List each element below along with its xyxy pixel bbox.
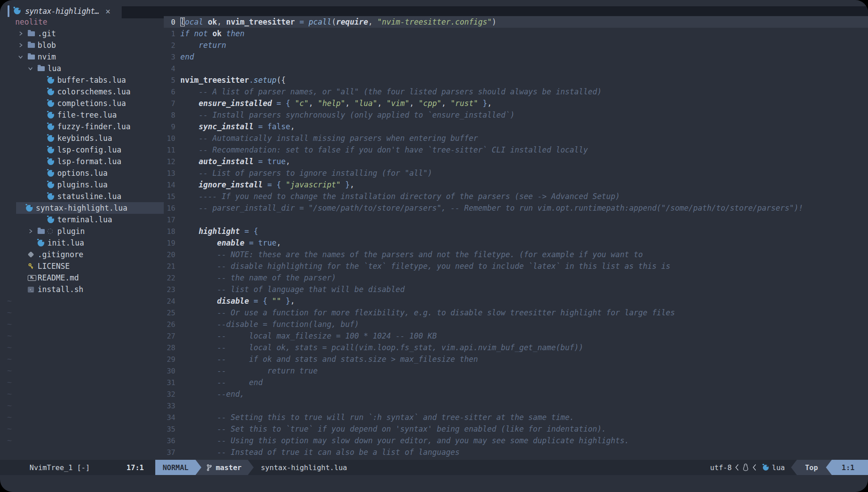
code-line-29[interactable]: 29 -- if ok and stats and stats.size > m… xyxy=(164,353,868,365)
empty-line-tilde: ~ xyxy=(0,435,164,446)
tree-item--gitignore[interactable]: .gitignore xyxy=(0,249,164,260)
tree-item-plugins-lua[interactable]: plugins.lua xyxy=(0,179,164,191)
code-line-9[interactable]: 9 sync_install = false, xyxy=(164,121,868,132)
tree-item-lsp-config-lua[interactable]: lsp-config.lua xyxy=(0,144,164,156)
chevron-right-icon[interactable] xyxy=(18,31,28,36)
tree-item-colorschemes-lua[interactable]: colorschemes.lua xyxy=(0,86,164,98)
tree-item-nvim[interactable]: nvim xyxy=(0,51,164,63)
code-line-35[interactable]: 35 -- Set this to `true` if you depend o… xyxy=(164,423,868,435)
code-line-16[interactable]: 16 -- parser_install_dir = "/some/path/t… xyxy=(164,202,868,214)
code-line-11[interactable]: 11 -- Recommendation: set to false if yo… xyxy=(164,144,868,156)
code-line-3[interactable]: 3end xyxy=(164,51,868,63)
code-line-5[interactable]: 5nvim_treesitter.setup({ xyxy=(164,74,868,86)
code-text: end xyxy=(180,52,194,61)
lua-icon xyxy=(47,135,57,142)
lua-icon xyxy=(47,147,57,153)
code-line-30[interactable]: 30 -- return true xyxy=(164,365,868,377)
code-text: ---- If you need to change the installat… xyxy=(180,192,620,201)
file-encoding: utf-8 xyxy=(710,463,732,472)
folder-closed-icon xyxy=(38,229,47,234)
tree-item-blob[interactable]: blob xyxy=(0,39,164,51)
tree-item-lua[interactable]: lua xyxy=(0,63,164,74)
statusline-left: NvimTree_1 [-] 17:1 NORMAL master syntax… xyxy=(0,460,347,475)
tree-item-statusline-lua[interactable]: statusline.lua xyxy=(0,191,164,202)
tabline: syntax-highlight… × xyxy=(0,0,868,16)
tree-item-install-sh[interactable]: ›_install.sh xyxy=(0,284,164,295)
code-line-2[interactable]: 2 return xyxy=(164,39,868,51)
tree-item-file-tree-lua[interactable]: file-tree.lua xyxy=(0,109,164,121)
code-line-0[interactable]: 0local ok, nvim_treesitter = pcall(requi… xyxy=(164,16,868,28)
code-line-17[interactable]: 17 xyxy=(164,214,868,225)
code-line-15[interactable]: 15 ---- If you need to change the instal… xyxy=(164,191,868,202)
tree-item-init-lua[interactable]: init.lua xyxy=(0,237,164,249)
empty-line-tilde: ~ xyxy=(0,377,164,388)
code-line-1[interactable]: 1if not ok then xyxy=(164,28,868,39)
tree-item-license[interactable]: LICENSE xyxy=(0,260,164,272)
code-line-31[interactable]: 31 -- end xyxy=(164,377,868,388)
folder-closed-icon xyxy=(28,31,38,36)
tree-item-keybinds-lua[interactable]: keybinds.lua xyxy=(0,132,164,144)
code-text: -- NOTE: these are the names of the pars… xyxy=(180,250,643,259)
code-text: -- the name of the parser) xyxy=(180,273,336,282)
code-line-23[interactable]: 23 -- list of language that will be disa… xyxy=(164,284,868,295)
code-line-8[interactable]: 8 -- Install parsers synchronously (only… xyxy=(164,109,868,121)
code-line-7[interactable]: 7 ensure_installed = { "c", "help", "lua… xyxy=(164,98,868,109)
code-line-13[interactable]: 13 -- List of parsers to ignore installi… xyxy=(164,167,868,179)
code-line-18[interactable]: 18 highlight = { xyxy=(164,225,868,237)
line-number: 6 xyxy=(164,88,175,96)
tree-item-completions-lua[interactable]: completions.lua xyxy=(0,98,164,109)
tree-item-fuzzy-finder-lua[interactable]: fuzzy-finder.lua xyxy=(0,121,164,132)
code-line-28[interactable]: 28 -- local ok, stats = pcall(vim.loop.f… xyxy=(164,342,868,353)
code-line-36[interactable]: 36 -- Using this option may slow down yo… xyxy=(164,435,868,446)
chevron-down-icon[interactable] xyxy=(28,66,38,71)
code-text: -- List of parsers to ignore installing … xyxy=(180,169,432,178)
code-line-20[interactable]: 20 -- NOTE: these are the names of the p… xyxy=(164,249,868,260)
lua-icon xyxy=(47,158,57,165)
tree-item-options-lua[interactable]: options.lua xyxy=(0,167,164,179)
code-line-34[interactable]: 34 -- Setting this to true will run `:h … xyxy=(164,411,868,423)
code-line-26[interactable]: 26 --disable = function(lang, buf) xyxy=(164,318,868,330)
code-line-19[interactable]: 19 enable = true, xyxy=(164,237,868,249)
code-line-33[interactable]: 33 xyxy=(164,400,868,411)
tree-item-buffer-tabs-lua[interactable]: buffer-tabs.lua xyxy=(0,74,164,86)
code-line-14[interactable]: 14 ignore_install = { "javascript" }, xyxy=(164,179,868,191)
chevron-down-icon[interactable] xyxy=(18,54,28,59)
code-text: -- end xyxy=(180,378,263,387)
tree-item--git[interactable]: .git xyxy=(0,28,164,39)
editor-pane[interactable]: 0local ok, nvim_treesitter = pcall(requi… xyxy=(164,16,868,460)
tree-root-label[interactable]: neolite xyxy=(0,16,164,28)
code-text: -- Recommendation: set to false if you d… xyxy=(180,145,588,154)
code-line-10[interactable]: 10 -- Automatically install missing pars… xyxy=(164,132,868,144)
tree-item-readme-md[interactable]: M↓README.md xyxy=(0,272,164,284)
code-line-4[interactable]: 4 xyxy=(164,63,868,74)
code-text: -- Or use a function for more flexibilit… xyxy=(180,308,675,317)
git-icon xyxy=(28,252,38,257)
code-line-24[interactable]: 24 disable = { "" }, xyxy=(164,295,868,307)
chevron-right-icon[interactable] xyxy=(18,42,28,48)
folder-closed-icon xyxy=(28,43,38,48)
tree-item-label: plugins.lua xyxy=(57,180,108,189)
os-linux-icon xyxy=(742,463,749,471)
code-line-27[interactable]: 27 -- local max_filesize = 100 * 1024 --… xyxy=(164,330,868,342)
empty-line-tilde: ~ xyxy=(0,342,164,353)
lua-icon xyxy=(47,100,57,107)
code-text: -- local ok, stats = pcall(vim.loop.fs_s… xyxy=(180,343,583,352)
line-number: 3 xyxy=(164,53,175,61)
code-line-22[interactable]: 22 -- the name of the parser) xyxy=(164,272,868,284)
tree-item-plugin[interactable]: plugin xyxy=(0,225,164,237)
line-number: 5 xyxy=(164,76,175,85)
tree-item-terminal-lua[interactable]: terminal.lua xyxy=(0,214,164,225)
code-line-37[interactable]: 37 -- Instead of true it can also be a l… xyxy=(164,446,868,458)
code-line-6[interactable]: 6 -- A list of parser names, or "all" (t… xyxy=(164,86,868,98)
close-icon[interactable]: × xyxy=(106,6,111,16)
line-number: 20 xyxy=(164,250,175,259)
code-line-12[interactable]: 12 auto_install = true, xyxy=(164,156,868,167)
chevron-right-icon[interactable] xyxy=(28,229,38,234)
code-line-32[interactable]: 32 --end, xyxy=(164,388,868,400)
tree-item-lsp-format-lua[interactable]: lsp-format.lua xyxy=(0,156,164,167)
line-number: 9 xyxy=(164,123,175,131)
code-line-25[interactable]: 25 -- Or use a function for more flexibi… xyxy=(164,307,868,318)
line-number: 21 xyxy=(164,262,175,271)
code-line-21[interactable]: 21 -- disable highlighting for the `tex`… xyxy=(164,260,868,272)
tree-item-syntax-highlight-lua[interactable]: syntax-highlight.lua xyxy=(16,202,164,214)
